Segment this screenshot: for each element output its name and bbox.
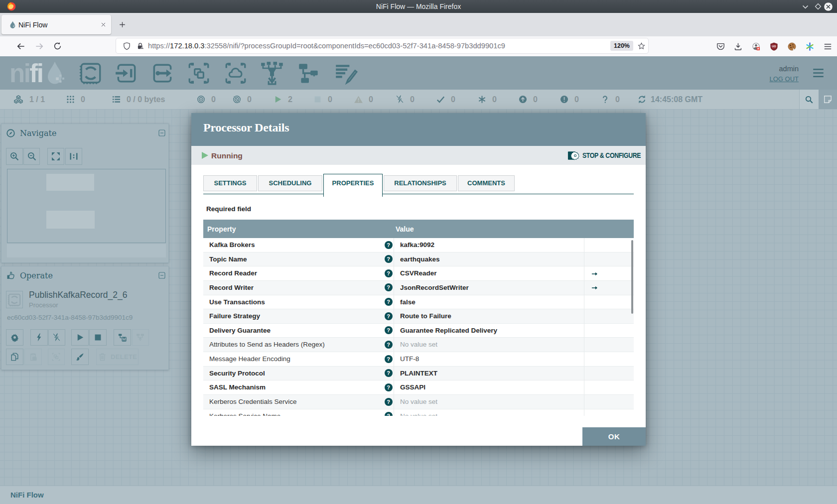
remote-process-group-tool-icon[interactable]: [223, 61, 248, 86]
reload-icon[interactable]: [53, 41, 62, 51]
logout-link[interactable]: LOG OUT: [769, 75, 799, 83]
property-row[interactable]: Use Transactions?false: [203, 295, 634, 310]
tab-comments[interactable]: COMMENTS: [458, 175, 515, 192]
property-help-icon[interactable]: ?: [385, 398, 393, 406]
ok-button[interactable]: OK: [582, 427, 646, 446]
back-icon[interactable]: [16, 41, 26, 51]
enable-lightning-button[interactable]: [30, 329, 48, 346]
stop-and-configure-button[interactable]: STOP & CONFIGURE: [567, 146, 641, 165]
tab-scheduling[interactable]: SCHEDULING: [258, 175, 322, 192]
account-key-icon[interactable]: [751, 42, 761, 52]
property-value[interactable]: No value set: [400, 395, 437, 409]
breadcrumb-item[interactable]: NiFi Flow: [10, 491, 44, 499]
property-value[interactable]: Guarantee Replicated Delivery: [400, 324, 497, 338]
property-value[interactable]: kafka:9092: [400, 238, 434, 252]
property-row[interactable]: Kerberos Credentials Service?No value se…: [203, 395, 634, 409]
template-tool-icon[interactable]: [296, 61, 321, 86]
property-row[interactable]: Delivery Guarantee?Guarantee Replicated …: [203, 324, 634, 338]
global-menu-icon[interactable]: [811, 66, 826, 80]
menu-hamburger-icon[interactable]: [823, 42, 833, 52]
property-help-icon[interactable]: ?: [385, 355, 393, 363]
property-help-icon[interactable]: ?: [385, 298, 393, 306]
zoom-fit-button[interactable]: [47, 148, 64, 165]
zoom-in-button[interactable]: [6, 148, 23, 165]
window-close-icon[interactable]: [824, 2, 833, 11]
url-text[interactable]: https://172.18.0.3:32558/nifi/?processGr…: [148, 38, 505, 53]
property-value[interactable]: GSSAPI: [400, 380, 425, 394]
forward-icon[interactable]: [34, 41, 44, 51]
bookmark-star-icon[interactable]: [637, 42, 646, 50]
stop-square-button[interactable]: [89, 329, 107, 346]
browser-tab[interactable]: NiFi Flow: [1, 15, 111, 34]
funnel-tool-icon[interactable]: [260, 61, 284, 86]
property-value[interactable]: UTF-8: [400, 352, 419, 366]
download-icon[interactable]: [733, 42, 743, 52]
property-row[interactable]: SASL Mechanism?GSSAPI: [203, 380, 634, 395]
property-value[interactable]: No value set: [400, 338, 437, 352]
process-group-tool-icon[interactable]: [186, 61, 211, 86]
property-value[interactable]: Route to Failure: [400, 309, 451, 323]
go-to-service-icon[interactable]: [590, 284, 599, 291]
property-row[interactable]: Message Header Encoding?UTF-8: [203, 352, 634, 367]
birdseye-brush[interactable]: [7, 244, 166, 257]
url-bar[interactable]: https://172.18.0.3:32558/nifi/?processGr…: [116, 38, 649, 54]
ublock-shield-icon[interactable]: [769, 42, 779, 52]
zoom-out-button[interactable]: [23, 148, 40, 165]
property-help-icon[interactable]: ?: [385, 312, 393, 320]
copy-button[interactable]: [6, 349, 23, 365]
window-maximize-icon[interactable]: [814, 2, 822, 10]
property-row[interactable]: Kafka Brokers?kafka:9092: [203, 238, 634, 252]
property-help-icon[interactable]: ?: [385, 383, 393, 391]
property-row[interactable]: Attributes to Send as Headers (Regex)?No…: [203, 338, 634, 352]
tab-relationships[interactable]: RELATIONSHIPS: [384, 175, 457, 192]
property-help-icon[interactable]: ?: [385, 412, 393, 416]
search-button[interactable]: [800, 90, 819, 109]
property-help-icon[interactable]: ?: [385, 369, 393, 377]
collapse-operate-icon[interactable]: [158, 271, 166, 279]
property-value[interactable]: No value set: [400, 409, 437, 416]
tab-settings[interactable]: SETTINGS: [203, 175, 257, 192]
property-row[interactable]: Record Reader?CSVReader: [203, 266, 634, 281]
save-flow-version-button[interactable]: [114, 329, 131, 346]
table-scrollbar[interactable]: [631, 240, 634, 314]
property-help-icon[interactable]: ?: [385, 341, 393, 349]
tab-properties[interactable]: PROPERTIES: [323, 174, 383, 197]
tracking-shield-icon[interactable]: [123, 42, 131, 50]
property-value[interactable]: PLAINTEXT: [400, 367, 437, 380]
property-value[interactable]: false: [400, 295, 416, 309]
property-value[interactable]: JsonRecordSetWriter: [400, 281, 469, 295]
bulletin-board-button[interactable]: [819, 90, 837, 109]
property-value[interactable]: CSVReader: [400, 266, 437, 280]
label-tool-icon[interactable]: [333, 61, 358, 86]
lock-warning-icon[interactable]: [136, 42, 144, 50]
property-row[interactable]: Security Protocol?PLAINTEXT: [203, 367, 634, 381]
property-row[interactable]: Failure Strategy?Route to Failure: [203, 309, 634, 324]
configure-gear-button[interactable]: [6, 329, 23, 346]
processor-tool-icon[interactable]: [78, 61, 103, 86]
go-to-service-icon[interactable]: [590, 270, 599, 277]
property-help-icon[interactable]: ?: [385, 255, 393, 263]
pocket-icon[interactable]: [716, 42, 726, 52]
color-asterisk-icon[interactable]: [805, 42, 815, 52]
property-row[interactable]: Topic Name?earthquakes: [203, 252, 634, 267]
tab-close-icon[interactable]: [100, 21, 107, 28]
cookie-icon[interactable]: [787, 42, 797, 52]
property-help-icon[interactable]: ?: [385, 241, 393, 249]
output-port-tool-icon[interactable]: [150, 61, 175, 86]
disable-lightning-slash-button[interactable]: [48, 329, 66, 346]
collapse-navigate-icon[interactable]: [158, 129, 166, 137]
property-value[interactable]: earthquakes: [400, 252, 440, 266]
property-help-icon[interactable]: ?: [385, 326, 393, 334]
change-color-brush-button[interactable]: [71, 349, 89, 365]
start-play-button[interactable]: [71, 329, 89, 346]
zoom-level-badge[interactable]: 120%: [610, 41, 633, 51]
window-titlebar[interactable]: NiFi Flow — Mozilla Firefox: [0, 0, 837, 13]
property-help-icon[interactable]: ?: [385, 283, 393, 291]
birdseye-minimap[interactable]: [7, 169, 166, 243]
zoom-actual-button[interactable]: [65, 148, 82, 165]
property-help-icon[interactable]: ?: [385, 269, 393, 277]
refresh-icon[interactable]: [637, 90, 647, 109]
property-row[interactable]: Kerberos Service Name?No value set: [203, 409, 634, 416]
property-row[interactable]: Record Writer?JsonRecordSetWriter: [203, 281, 634, 295]
input-port-tool-icon[interactable]: [114, 61, 139, 86]
